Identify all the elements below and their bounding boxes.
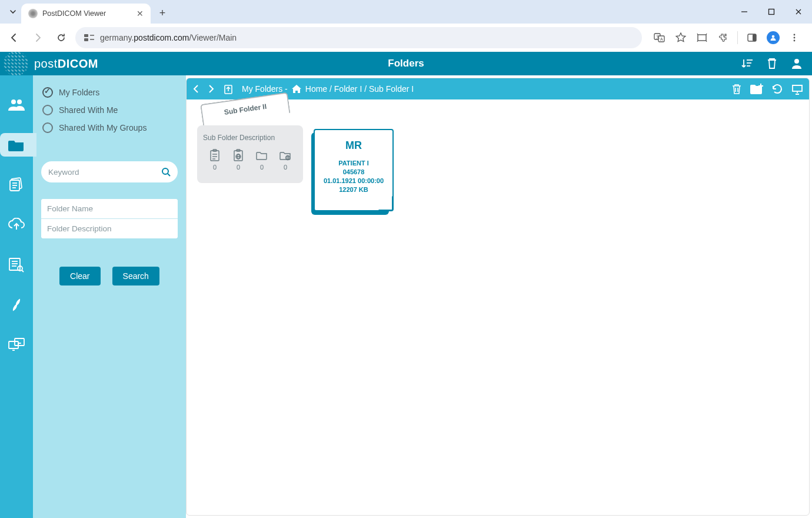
svg-point-22 [17,99,22,104]
study-patient: PATIENT I [318,159,389,168]
rail-folders-icon[interactable] [0,133,33,157]
logo-text: postDICOM [34,57,98,71]
radio-label: Shared With My Groups [59,123,147,132]
tab-favicon [28,9,38,18]
folder-card[interactable]: Sub Folder II Sub Folder Description 0 0 [197,108,303,211]
back-button[interactable] [5,28,24,47]
nav-back-icon[interactable] [192,84,199,94]
folder-scope-group: My Folders Shared With Me Shared With My… [41,87,178,133]
keyword-input[interactable] [48,168,161,177]
browser-tab[interactable]: PostDICOM Viewer ✕ [21,4,151,24]
rail-upload-icon[interactable] [5,213,28,237]
close-window-button[interactable] [785,0,812,24]
radio-unchecked-icon [42,122,53,133]
svg-point-21 [11,99,16,104]
tab-close-icon[interactable]: ✕ [137,9,144,18]
svg-rect-10 [698,35,706,41]
rail-share-icon[interactable] [5,293,28,317]
search-icon[interactable] [161,167,171,177]
stat-studies: 0 [208,149,221,171]
profile-icon[interactable] [764,28,783,47]
nav-up-icon[interactable] [223,84,234,94]
logo-icon [4,51,28,76]
search-button[interactable]: Search [112,267,159,285]
fit-icon[interactable] [693,28,711,47]
rail-studies-icon[interactable] [5,173,28,197]
sort-icon[interactable] [740,57,754,71]
stat-shared: 0 [232,149,245,171]
header-actions [740,57,804,71]
address-bar[interactable]: germany.postdicom.com/Viewer/Main [75,27,642,48]
study-modality: MR [318,140,389,152]
maximize-button[interactable] [758,0,785,24]
radio-my-folders[interactable]: My Folders [42,87,177,98]
url-text: germany.postdicom.com/Viewer/Main [100,33,237,42]
rail-users-icon[interactable] [5,93,28,117]
site-settings-icon[interactable] [84,32,95,44]
study-datetime: 01.01.1921 00:00:00 [318,177,389,185]
browser-toolbar: germany.postdicom.com/Viewer/Main 文A [0,24,812,52]
svg-point-20 [794,59,799,64]
folder-icon [255,149,268,162]
svg-text:A: A [660,37,663,41]
keyword-search[interactable] [41,161,178,182]
clear-button[interactable]: Clear [59,267,100,285]
new-tab-button[interactable]: + [154,5,171,21]
menu-icon[interactable] [785,28,804,47]
user-icon[interactable] [790,57,804,71]
study-id: 045678 [318,168,389,177]
radio-checked-icon [42,87,53,98]
page-title: Folders [388,58,424,69]
radio-label: My Folders [59,88,99,97]
rail-devices-icon[interactable] [5,333,28,357]
reload-button[interactable] [52,28,71,47]
study-size: 12207 KB [318,185,389,194]
extensions-icon[interactable] [714,28,733,47]
sidepanel-icon[interactable] [743,28,761,47]
translate-icon[interactable]: 文A [650,28,669,47]
delete-icon[interactable] [731,83,742,95]
minimize-button[interactable] [731,0,758,24]
radio-label: Shared With Me [59,105,118,115]
home-icon [291,84,302,94]
rail-worklist-icon[interactable] [5,253,28,277]
nav-rail [0,75,33,518]
refresh-icon[interactable] [771,83,783,95]
radio-shared-groups[interactable]: Shared With My Groups [42,122,177,133]
main-panel: My Folders - Home / Folder I / Sub Folde… [186,78,810,516]
filter-panel: My Folders Shared With Me Shared With My… [33,75,186,518]
content-grid: Sub Folder II Sub Folder Description 0 0 [187,99,809,515]
present-icon[interactable] [791,83,803,95]
radio-shared-with-me[interactable]: Shared With Me [42,105,177,115]
svg-rect-1 [769,9,774,15]
svg-rect-40 [793,85,802,91]
breadcrumb-prefix: My Folders - [242,84,288,94]
study-card[interactable]: MR PATIENT I 045678 01.01.1921 00:00:00 … [314,129,394,211]
window-controls [731,0,812,24]
folder-desc-input[interactable] [41,219,178,238]
app-root: postDICOM Folders My Folders [0,52,812,518]
browser-chrome: PostDICOM Viewer ✕ + germany.postdicom.c… [0,0,812,52]
bookmark-icon[interactable] [671,28,690,47]
tab-strip: PostDICOM Viewer ✕ + [0,0,812,24]
logo[interactable]: postDICOM [8,51,98,76]
forward-button[interactable] [28,28,47,47]
svg-point-13 [772,35,775,38]
new-folder-icon[interactable] [750,84,763,94]
radio-unchecked-icon [42,105,53,115]
folder-body: Sub Folder Description 0 0 [197,125,303,183]
nav-forward-icon[interactable] [208,84,215,94]
trash-icon[interactable] [765,57,779,71]
folder-description: Sub Folder Description [203,134,297,142]
app-body: My Folders Shared With Me Shared With My… [0,75,812,518]
svg-rect-2 [84,34,88,37]
svg-rect-12 [753,34,756,41]
svg-point-14 [794,34,796,36]
filter-buttons: Clear Search [41,267,178,285]
breadcrumb[interactable]: My Folders - Home / Folder I / Sub Folde… [242,84,414,94]
folder-name-input[interactable] [41,199,178,219]
svg-text:文: 文 [656,35,660,39]
svg-point-15 [794,37,796,39]
svg-rect-28 [9,258,20,270]
tab-list-dropdown[interactable] [5,4,21,20]
